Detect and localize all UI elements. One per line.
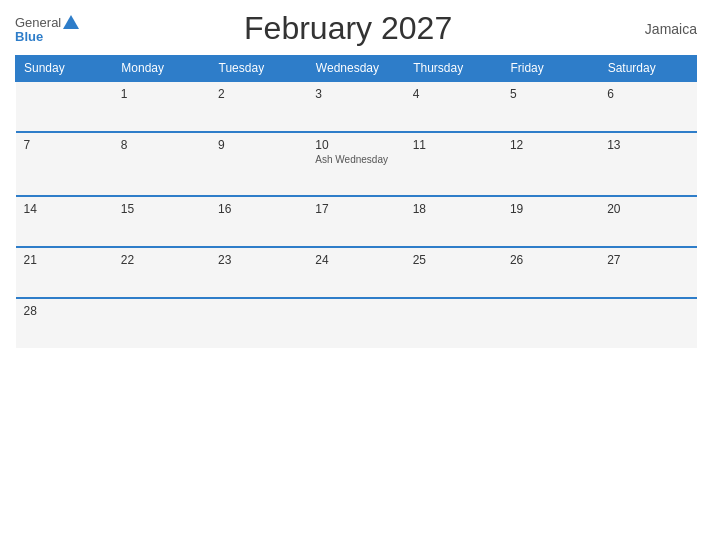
day-number: 2 [218, 87, 225, 101]
day-number: 12 [510, 138, 523, 152]
day-number: 6 [607, 87, 614, 101]
day-number: 14 [24, 202, 37, 216]
day-cell: 24 [307, 247, 404, 298]
day-number: 3 [315, 87, 322, 101]
header-friday: Friday [502, 56, 599, 82]
day-cell [113, 298, 210, 348]
day-cell: 9 [210, 132, 307, 196]
header-sunday: Sunday [16, 56, 113, 82]
day-number: 22 [121, 253, 134, 267]
day-cell: 8 [113, 132, 210, 196]
day-number: 26 [510, 253, 523, 267]
day-number: 19 [510, 202, 523, 216]
day-cell: 6 [599, 81, 696, 132]
day-cell [502, 298, 599, 348]
day-cell: 16 [210, 196, 307, 247]
header-tuesday: Tuesday [210, 56, 307, 82]
day-cell [16, 81, 113, 132]
day-cell: 20 [599, 196, 696, 247]
header-monday: Monday [113, 56, 210, 82]
day-number: 4 [413, 87, 420, 101]
country-label: Jamaica [617, 21, 697, 37]
day-cell: 21 [16, 247, 113, 298]
day-cell [307, 298, 404, 348]
header-wednesday: Wednesday [307, 56, 404, 82]
header-saturday: Saturday [599, 56, 696, 82]
day-number: 17 [315, 202, 328, 216]
day-cell: 3 [307, 81, 404, 132]
calendar-header: General Blue February 2027 Jamaica [15, 10, 697, 47]
day-cell: 26 [502, 247, 599, 298]
day-number: 21 [24, 253, 37, 267]
day-cell: 15 [113, 196, 210, 247]
day-cell: 4 [405, 81, 502, 132]
day-cell: 1 [113, 81, 210, 132]
logo-blue-text: Blue [15, 30, 43, 43]
day-cell: 11 [405, 132, 502, 196]
day-number: 13 [607, 138, 620, 152]
day-cell: 27 [599, 247, 696, 298]
header-thursday: Thursday [405, 56, 502, 82]
week-row-0: 123456 [16, 81, 697, 132]
day-number: 11 [413, 138, 426, 152]
day-number: 5 [510, 87, 517, 101]
day-cell: 13 [599, 132, 696, 196]
day-cell: 17 [307, 196, 404, 247]
day-number: 15 [121, 202, 134, 216]
day-number: 10 [315, 138, 328, 152]
calendar-container: General Blue February 2027 Jamaica Sunda… [0, 0, 712, 550]
day-cell: 14 [16, 196, 113, 247]
day-number: 28 [24, 304, 37, 318]
day-cell: 18 [405, 196, 502, 247]
day-cell: 19 [502, 196, 599, 247]
day-number: 7 [24, 138, 31, 152]
calendar-table: Sunday Monday Tuesday Wednesday Thursday… [15, 55, 697, 348]
day-number: 1 [121, 87, 128, 101]
holiday-label: Ash Wednesday [315, 154, 396, 165]
day-number: 9 [218, 138, 225, 152]
day-cell: 7 [16, 132, 113, 196]
day-cell [210, 298, 307, 348]
day-cell: 10Ash Wednesday [307, 132, 404, 196]
day-number: 25 [413, 253, 426, 267]
day-cell [599, 298, 696, 348]
day-cell: 28 [16, 298, 113, 348]
logo-triangle-icon [63, 15, 79, 29]
day-cell: 25 [405, 247, 502, 298]
week-row-1: 78910Ash Wednesday111213 [16, 132, 697, 196]
week-row-2: 14151617181920 [16, 196, 697, 247]
day-number: 18 [413, 202, 426, 216]
week-row-3: 21222324252627 [16, 247, 697, 298]
day-number: 27 [607, 253, 620, 267]
day-number: 20 [607, 202, 620, 216]
weekday-header-row: Sunday Monday Tuesday Wednesday Thursday… [16, 56, 697, 82]
day-cell: 22 [113, 247, 210, 298]
logo: General Blue [15, 15, 79, 43]
day-cell [405, 298, 502, 348]
day-cell: 23 [210, 247, 307, 298]
week-row-4: 28 [16, 298, 697, 348]
calendar-title: February 2027 [79, 10, 617, 47]
day-cell: 2 [210, 81, 307, 132]
day-number: 16 [218, 202, 231, 216]
day-cell: 12 [502, 132, 599, 196]
day-number: 24 [315, 253, 328, 267]
logo-general-text: General [15, 16, 61, 29]
day-number: 8 [121, 138, 128, 152]
day-cell: 5 [502, 81, 599, 132]
day-number: 23 [218, 253, 231, 267]
